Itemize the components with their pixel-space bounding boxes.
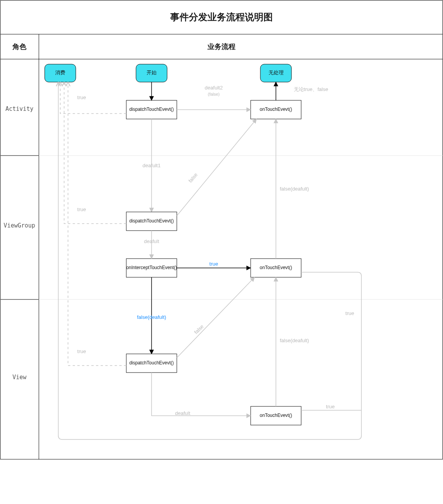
- node-vg-intercept-label: onInterceptTouchEvent(): [126, 265, 177, 270]
- lbl-nohandle-note: 无论true、false: [294, 86, 328, 92]
- edge-vg-dispatch-true-to-consume: [64, 82, 126, 224]
- lbl-vg-ontouch-true: true: [345, 310, 354, 316]
- row-header-activity: Activity: [5, 105, 33, 112]
- node-view-ontouch-label: onTouchEvevt(): [260, 413, 292, 418]
- terminal-consume-label: 消费: [55, 70, 65, 75]
- lbl-intercept-true: true: [209, 261, 218, 267]
- node-activity-ontouch-label: onTouchEvevt(): [260, 107, 292, 112]
- row-header-viewgroup: ViewGroup: [3, 222, 35, 229]
- row-header-view: View: [12, 374, 27, 381]
- lbl-view-ontouch-up: false(deafult): [280, 338, 309, 343]
- terminal-start-label: 开始: [147, 70, 157, 75]
- lbl-vg-deafult: deafult: [144, 238, 159, 244]
- lbl-view-ontouch-true: true: [326, 404, 335, 410]
- edge-view-dispatch-false-up: [177, 277, 255, 358]
- diagram-title: 事件分发业务流程说明图: [170, 12, 273, 22]
- lbl-deafult1: deafult1: [143, 163, 160, 168]
- col-header-role: 角色: [12, 43, 27, 51]
- edge-activity-dispatch-true-to-consume: [60, 82, 126, 114]
- node-activity-dispatch-label: dispatchTouchEvevt(): [129, 107, 174, 112]
- edge-vg-dispatch-false-up: [177, 119, 256, 216]
- lbl-view-false-up: false: [193, 324, 205, 335]
- node-vg-ontouch-label: onTouchEvevt(): [260, 265, 292, 270]
- lbl-vg-ontouch-up: false(deafult): [280, 186, 309, 192]
- terminal-nohandle-label: 无处理: [269, 70, 284, 75]
- node-view-dispatch-label: dispatchTouchEvevt(): [129, 360, 174, 366]
- lbl-vg-false-up: false: [187, 172, 199, 184]
- lbl-view-true: true: [77, 348, 86, 354]
- edge-view-dispatch-to-ontouch: [152, 373, 251, 416]
- lbl-deafult2-sub: (false): [208, 92, 220, 96]
- lbl-vg-true: true: [77, 206, 86, 212]
- node-vg-dispatch-label: dispatchTouchEvevt(): [129, 218, 174, 224]
- lbl-activity-true: true: [77, 94, 86, 100]
- lbl-intercept-false: false(deafult): [137, 314, 166, 320]
- lbl-deafult2: deafult2: [205, 85, 223, 91]
- lbl-view-deafult: deafult: [175, 410, 190, 416]
- col-header-flow: 业务流程: [207, 43, 235, 51]
